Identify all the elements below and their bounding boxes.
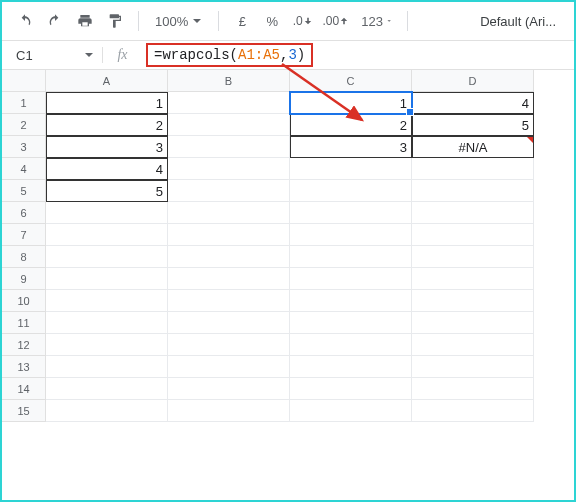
currency-button[interactable]: £ <box>229 8 255 34</box>
row-header[interactable]: 7 <box>2 224 46 246</box>
cell-d15[interactable] <box>412 400 534 422</box>
cell-a5[interactable]: 5 <box>46 180 168 202</box>
cell-b12[interactable] <box>168 334 290 356</box>
column-header-c[interactable]: C <box>290 70 412 92</box>
cell-a9[interactable] <box>46 268 168 290</box>
cell-a15[interactable] <box>46 400 168 422</box>
cell-c12[interactable] <box>290 334 412 356</box>
formula-input[interactable]: =wrapcols(A1:A5,3) <box>142 43 574 67</box>
cell-c15[interactable] <box>290 400 412 422</box>
paint-format-icon[interactable] <box>102 8 128 34</box>
cell-a7[interactable] <box>46 224 168 246</box>
cell-c6[interactable] <box>290 202 412 224</box>
cell-c9[interactable] <box>290 268 412 290</box>
row-header[interactable]: 15 <box>2 400 46 422</box>
cell-a11[interactable] <box>46 312 168 334</box>
cell-d8[interactable] <box>412 246 534 268</box>
cell-b9[interactable] <box>168 268 290 290</box>
cell-a13[interactable] <box>46 356 168 378</box>
cell-c5[interactable] <box>290 180 412 202</box>
column-header-b[interactable]: B <box>168 70 290 92</box>
cell-d5[interactable] <box>412 180 534 202</box>
row-header[interactable]: 11 <box>2 312 46 334</box>
cell-a2[interactable]: 2 <box>46 114 168 136</box>
cell-a8[interactable] <box>46 246 168 268</box>
chevron-down-icon <box>387 16 391 26</box>
row-header[interactable]: 3 <box>2 136 46 158</box>
row-header[interactable]: 4 <box>2 158 46 180</box>
cell-d4[interactable] <box>412 158 534 180</box>
cell-b6[interactable] <box>168 202 290 224</box>
cell-a10[interactable] <box>46 290 168 312</box>
cell-a4[interactable]: 4 <box>46 158 168 180</box>
cell-d7[interactable] <box>412 224 534 246</box>
cell-c14[interactable] <box>290 378 412 400</box>
cell-a1[interactable]: 1 <box>46 92 168 114</box>
cell-d1[interactable]: 4 <box>412 92 534 114</box>
row-header[interactable]: 6 <box>2 202 46 224</box>
name-box[interactable]: C1 <box>2 48 102 63</box>
cell-b13[interactable] <box>168 356 290 378</box>
cell-d10[interactable] <box>412 290 534 312</box>
cell-b2[interactable] <box>168 114 290 136</box>
cell-c1[interactable]: 1 <box>290 92 412 114</box>
row-header[interactable]: 10 <box>2 290 46 312</box>
cell-c7[interactable] <box>290 224 412 246</box>
cell-a12[interactable] <box>46 334 168 356</box>
column-header-a[interactable]: A <box>46 70 168 92</box>
font-dropdown[interactable]: Default (Ari... <box>480 14 564 29</box>
decrease-decimal-button[interactable]: .0 <box>289 8 315 34</box>
cell-c10[interactable] <box>290 290 412 312</box>
grid-row: 9 <box>2 268 574 290</box>
print-icon[interactable] <box>72 8 98 34</box>
column-header-d[interactable]: D <box>412 70 534 92</box>
cell-d11[interactable] <box>412 312 534 334</box>
spreadsheet-grid[interactable]: A B C D 11142225333#N/A44556789101112131… <box>2 70 574 500</box>
row-header[interactable]: 9 <box>2 268 46 290</box>
cell-a6[interactable] <box>46 202 168 224</box>
cell-c2[interactable]: 2 <box>290 114 412 136</box>
cell-d9[interactable] <box>412 268 534 290</box>
row-header[interactable]: 2 <box>2 114 46 136</box>
cell-c8[interactable] <box>290 246 412 268</box>
cell-b5[interactable] <box>168 180 290 202</box>
cell-b14[interactable] <box>168 378 290 400</box>
cell-c13[interactable] <box>290 356 412 378</box>
row-header[interactable]: 12 <box>2 334 46 356</box>
cell-b3[interactable] <box>168 136 290 158</box>
zoom-dropdown[interactable]: 100% <box>149 14 208 29</box>
undo-icon[interactable] <box>12 8 38 34</box>
cell-b4[interactable] <box>168 158 290 180</box>
row-header[interactable]: 14 <box>2 378 46 400</box>
increase-decimal-button[interactable]: .00 <box>319 8 351 34</box>
cell-c4[interactable] <box>290 158 412 180</box>
redo-icon[interactable] <box>42 8 68 34</box>
grid-row: 6 <box>2 202 574 224</box>
cell-d3[interactable]: #N/A <box>412 136 534 158</box>
chevron-down-icon <box>192 16 202 26</box>
more-formats-dropdown[interactable]: 123 <box>355 14 397 29</box>
cell-b1[interactable] <box>168 92 290 114</box>
cell-d13[interactable] <box>412 356 534 378</box>
row-header[interactable]: 8 <box>2 246 46 268</box>
row-header[interactable]: 1 <box>2 92 46 114</box>
row-header[interactable]: 13 <box>2 356 46 378</box>
cell-c11[interactable] <box>290 312 412 334</box>
cell-a14[interactable] <box>46 378 168 400</box>
grid-row: 15 <box>2 400 574 422</box>
formula-highlight: =wrapcols(A1:A5,3) <box>146 43 313 67</box>
percent-button[interactable]: % <box>259 8 285 34</box>
cell-b15[interactable] <box>168 400 290 422</box>
cell-d6[interactable] <box>412 202 534 224</box>
cell-b7[interactable] <box>168 224 290 246</box>
cell-c3[interactable]: 3 <box>290 136 412 158</box>
cell-b8[interactable] <box>168 246 290 268</box>
cell-d14[interactable] <box>412 378 534 400</box>
row-header[interactable]: 5 <box>2 180 46 202</box>
select-all-corner[interactable] <box>2 70 46 92</box>
cell-d2[interactable]: 5 <box>412 114 534 136</box>
cell-a3[interactable]: 3 <box>46 136 168 158</box>
cell-b10[interactable] <box>168 290 290 312</box>
cell-d12[interactable] <box>412 334 534 356</box>
cell-b11[interactable] <box>168 312 290 334</box>
